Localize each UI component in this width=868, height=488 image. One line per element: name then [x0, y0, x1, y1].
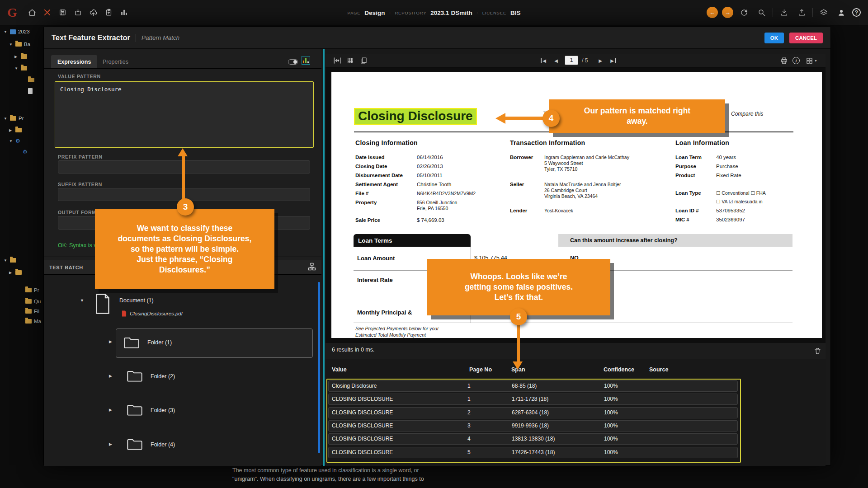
chart-icon[interactable] — [118, 6, 131, 19]
folder-icon — [25, 309, 32, 314]
home-icon[interactable] — [25, 6, 39, 19]
layout-options-icon[interactable]: ▼ — [805, 55, 819, 66]
column-header[interactable]: Value — [332, 366, 347, 373]
help-icon[interactable]: ? — [852, 8, 861, 17]
first-page-button[interactable]: ◀ — [537, 56, 549, 66]
callout3-number: 3 — [177, 198, 194, 216]
folder-icon — [21, 54, 27, 59]
tree-item[interactable]: ▼ 2023 — [4, 28, 30, 36]
tab-properties[interactable]: Properties — [96, 55, 135, 68]
upload-icon[interactable] — [795, 6, 808, 19]
folder-node[interactable]: Folder (3) — [151, 407, 175, 413]
tree-item[interactable]: Ma — [25, 317, 41, 325]
info-icon[interactable]: i — [793, 57, 800, 64]
cancel-button[interactable]: CANCEL — [789, 33, 823, 43]
caret-right-icon: ▶ — [109, 442, 112, 446]
page-name[interactable]: Design — [364, 9, 385, 16]
export-disk-icon[interactable] — [71, 6, 85, 19]
result-row[interactable]: CLOSING DISCLOSURE 5 17426-17443 (18) 10… — [328, 447, 738, 458]
tree-item[interactable] — [28, 87, 33, 95]
clipboard-upload-icon[interactable] — [102, 6, 116, 19]
document-icon — [94, 294, 111, 316]
tab-expressions[interactable]: Expressions — [51, 55, 97, 68]
folder-node-selected[interactable]: Folder (1) — [116, 328, 313, 358]
closing-info-heading: Closing Information — [355, 139, 418, 146]
search-icon[interactable] — [755, 6, 769, 19]
tree-item[interactable]: ▼ — [14, 64, 27, 72]
refresh-icon[interactable] — [737, 6, 751, 19]
tree-item-label: Ma — [34, 319, 41, 324]
column-header[interactable]: Source — [649, 366, 668, 373]
document-node[interactable]: Document (1) — [119, 297, 154, 304]
document-icon — [28, 88, 33, 94]
layers-icon[interactable] — [817, 6, 830, 19]
field-value: Ingram Cappleman and Carie McCathay 5 Wa… — [544, 155, 629, 172]
tree-item[interactable]: ▶ — [14, 52, 27, 61]
caret-right-icon: ▶ — [14, 55, 19, 59]
tree-item[interactable] — [28, 76, 34, 84]
statistics-icon[interactable] — [302, 56, 310, 65]
folder-icon — [15, 270, 22, 275]
value-pattern-input[interactable]: Closing Disclosure — [55, 81, 314, 148]
result-row[interactable]: CLOSING DISCLOSURE 1 1711-1728 (18) 100% — [328, 394, 738, 405]
field-value: 05/10/2011 — [417, 173, 443, 178]
loan-terms-header: Loan Terms — [354, 234, 471, 247]
pdf-filename[interactable]: ClosingDisclosures.pdf — [130, 311, 183, 316]
tree-scrollbar[interactable] — [318, 282, 320, 453]
save-icon[interactable] — [56, 6, 70, 19]
panel-splitter[interactable] — [323, 49, 325, 466]
tools-icon[interactable] — [41, 6, 54, 19]
result-row[interactable]: CLOSING DISCLOSURE 4 13813-13830 (18) 10… — [328, 433, 738, 445]
loan-type-checkboxes: ☐ VA ☑ malesuada in — [716, 199, 763, 204]
tree-item[interactable]: Pr — [25, 286, 39, 294]
cloud-upload-icon[interactable] — [87, 6, 100, 19]
result-row[interactable]: CLOSING DISCLOSURE 2 6287-6304 (18) 100% — [328, 407, 738, 418]
user-icon[interactable] — [835, 6, 848, 19]
last-page-button[interactable]: ▶ — [607, 56, 620, 66]
app-logo[interactable]: G — [7, 6, 17, 19]
tree-item[interactable]: Qu — [25, 297, 41, 305]
callout5-arrowhead-icon — [513, 361, 523, 370]
options-toggle[interactable] — [288, 59, 298, 65]
tree-item[interactable]: ▼ ⚙ — [9, 137, 20, 145]
tree-item[interactable]: ▶ — [9, 268, 22, 277]
tree-item[interactable]: ▶ — [9, 126, 22, 134]
page-number-input[interactable]: 1 — [565, 56, 578, 65]
result-row[interactable]: CLOSING DISCLOSURE 3 9919-9936 (18) 100% — [328, 420, 738, 432]
callout5-arrow-line — [517, 324, 520, 362]
fit-width-icon[interactable] — [332, 56, 343, 66]
pages-icon[interactable] — [358, 56, 369, 66]
column-header[interactable]: Page No — [469, 366, 492, 373]
grid-view-icon[interactable] — [345, 56, 356, 66]
next-page-button[interactable]: ▶ — [595, 56, 605, 66]
column-header[interactable]: Confidence — [604, 366, 634, 373]
callout3-box: We want to classify these documents as C… — [95, 209, 274, 289]
field-value: 02/26/2013 — [417, 164, 443, 169]
toolbar-separator — [812, 8, 813, 17]
tree-item[interactable]: ▼ Ba — [9, 40, 30, 48]
download-icon[interactable] — [777, 6, 791, 19]
result-row[interactable]: Closing Disclosure 1 68-85 (18) 100% — [328, 380, 738, 392]
print-icon[interactable] — [778, 55, 789, 66]
dialog-title: Text Feature Extractor — [52, 33, 130, 42]
back-button[interactable]: ← — [707, 7, 718, 18]
tree-item-label: Qu — [34, 299, 41, 304]
clear-results-trash-icon[interactable] — [811, 345, 823, 357]
batch-structure-icon[interactable] — [308, 263, 316, 272]
caret-down-icon: ▼ — [4, 258, 8, 263]
forward-button[interactable]: → — [722, 7, 733, 18]
field-label: Loan Type — [675, 190, 701, 196]
ok-button[interactable]: OK — [764, 33, 784, 43]
folder-node[interactable]: Folder (2) — [151, 373, 175, 380]
previous-page-button[interactable]: ◀ — [551, 56, 561, 66]
tree-item[interactable]: Fil — [25, 307, 39, 315]
tree-item[interactable]: ⚙ — [23, 148, 28, 156]
tree-item[interactable]: ▼ — [4, 256, 16, 264]
folder-node[interactable]: Folder (4) — [151, 441, 175, 448]
repository-name[interactable]: 2023.1 DSmith — [430, 9, 472, 16]
tree-item[interactable]: ▼ Pr — [4, 114, 24, 122]
field-label: Date Issued — [355, 155, 385, 160]
test-batch-label: TEST BATCH — [49, 265, 83, 270]
field-label: Loan ID # — [675, 208, 699, 213]
folder-icon — [127, 404, 142, 418]
